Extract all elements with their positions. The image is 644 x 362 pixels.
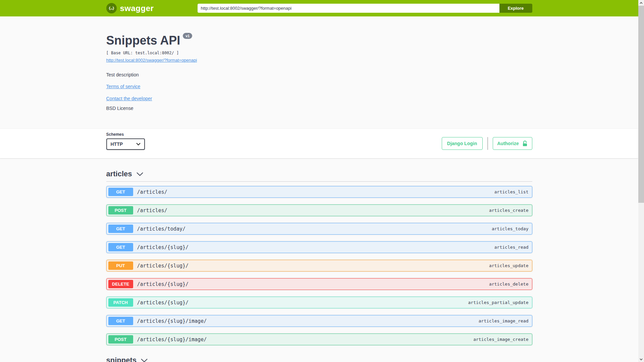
swagger-brand: {…} swagger bbox=[106, 3, 154, 13]
info-section: Snippets APIv1 [ Base URL: test.local:80… bbox=[0, 16, 638, 128]
opblock-articles_list[interactable]: GET/articles/articles_list bbox=[106, 186, 532, 198]
method-badge: POST bbox=[108, 335, 133, 344]
terms-of-service-link[interactable]: Terms of service bbox=[106, 84, 141, 89]
endpoint-path: /articles/ bbox=[137, 207, 167, 214]
operation-id: articles_image_read bbox=[479, 318, 529, 323]
version-badge: v1 bbox=[183, 33, 192, 39]
explore-button[interactable]: Explore bbox=[499, 4, 532, 13]
chevron-up-icon bbox=[640, 2, 643, 4]
method-badge: GET bbox=[108, 243, 133, 251]
scheme-container: Schemes HTTP Django Login Authorize bbox=[0, 128, 638, 158]
opblock-articles_read[interactable]: GET/articles/{slug}/articles_read bbox=[106, 241, 532, 253]
method-badge: GET bbox=[108, 317, 133, 325]
operation-id: articles_create bbox=[489, 208, 528, 213]
operation-id: articles_partial_update bbox=[468, 300, 528, 305]
section-header-snippets[interactable]: snippets bbox=[106, 356, 532, 362]
api-section-snippets: snippetsGET/snippets/snippets_list bbox=[106, 356, 532, 362]
chevron-down-icon bbox=[136, 143, 141, 145]
method-badge: GET bbox=[108, 188, 133, 196]
operation-id: articles_today bbox=[492, 226, 529, 231]
api-description: Test description bbox=[106, 72, 532, 77]
topbar: {…} swagger Explore bbox=[0, 0, 638, 16]
endpoint-path: /articles/{slug}/ bbox=[137, 263, 189, 269]
method-badge: PATCH bbox=[108, 298, 133, 307]
spec-link[interactable]: http://test.local:8002/swagger/?format=o… bbox=[106, 58, 197, 63]
section-title: articles bbox=[106, 170, 132, 178]
endpoint-path: /articles/today/ bbox=[137, 226, 186, 232]
unlock-icon bbox=[522, 140, 528, 146]
opblock-articles_update[interactable]: PUT/articles/{slug}/articles_update bbox=[106, 260, 532, 272]
endpoint-path: /articles/{slug}/ bbox=[137, 281, 189, 287]
operation-id: articles_image_create bbox=[473, 337, 528, 342]
scroll-down-button[interactable] bbox=[638, 356, 644, 362]
download-url-form: Explore bbox=[198, 4, 532, 13]
api-section-articles: articlesGET/articles/articles_listPOST/a… bbox=[106, 170, 532, 345]
chevron-down-icon bbox=[137, 172, 143, 176]
schemes-block: Schemes HTTP bbox=[106, 132, 145, 150]
section-divider bbox=[106, 181, 532, 182]
endpoint-path: /articles/{slug}/ bbox=[137, 300, 189, 306]
endpoint-path: /articles/{slug}/ bbox=[137, 244, 189, 250]
section-title: snippets bbox=[106, 356, 137, 362]
operation-id: articles_list bbox=[494, 189, 529, 194]
spec-url-input[interactable] bbox=[198, 4, 499, 13]
title-row: Snippets APIv1 bbox=[106, 34, 532, 48]
page-title: Snippets API bbox=[106, 34, 180, 47]
scheme-select[interactable]: HTTP bbox=[106, 138, 145, 150]
opblock-articles_today[interactable]: GET/articles/today/articles_today bbox=[106, 223, 532, 235]
django-login-button[interactable]: Django Login bbox=[442, 137, 483, 150]
scroll-up-button[interactable] bbox=[638, 0, 644, 6]
opblock-articles_image_read[interactable]: GET/articles/{slug}/image/articles_image… bbox=[106, 315, 532, 327]
opblock-articles_create[interactable]: POST/articles/articles_create bbox=[106, 204, 532, 216]
opblock-articles_image_create[interactable]: POST/articles/{slug}/image/articles_imag… bbox=[106, 334, 532, 345]
authorize-button[interactable]: Authorize bbox=[493, 137, 532, 150]
contact-developer-link[interactable]: Contact the developer bbox=[106, 96, 152, 101]
endpoint-path: /articles/ bbox=[137, 189, 167, 195]
operation-id: articles_update bbox=[489, 263, 528, 268]
page: {…} swagger Explore Snippets APIv1 [ Bas… bbox=[0, 0, 638, 362]
auth-wrapper: Django Login Authorize bbox=[442, 137, 532, 150]
operation-id: articles_read bbox=[494, 245, 529, 250]
scrollbar-thumb[interactable] bbox=[638, 6, 644, 203]
scheme-selected-value: HTTP bbox=[111, 141, 123, 147]
scrollbar[interactable] bbox=[638, 0, 644, 362]
method-badge: DELETE bbox=[108, 280, 133, 288]
method-badge: POST bbox=[108, 206, 133, 215]
swagger-logo-icon: {…} bbox=[106, 3, 117, 13]
schemes-label: Schemes bbox=[106, 132, 145, 137]
opblock-articles_delete[interactable]: DELETE/articles/{slug}/articles_delete bbox=[106, 278, 532, 290]
brand-name: swagger bbox=[120, 4, 154, 13]
chevron-down-icon bbox=[141, 359, 148, 362]
opblock-articles_partial_update[interactable]: PATCH/articles/{slug}/articles_partial_u… bbox=[106, 297, 532, 308]
base-url: [ Base URL: test.local:8002/ ] bbox=[106, 51, 532, 55]
endpoint-path: /articles/{slug}/image/ bbox=[137, 337, 207, 343]
method-badge: GET bbox=[108, 225, 133, 233]
auth-divider bbox=[487, 137, 488, 150]
chevron-down-icon bbox=[640, 358, 643, 360]
section-header-articles[interactable]: articles bbox=[106, 170, 532, 178]
operation-id: articles_delete bbox=[489, 282, 528, 287]
method-badge: PUT bbox=[108, 261, 133, 270]
endpoint-path: /articles/{slug}/image/ bbox=[137, 318, 207, 324]
operations-area: articlesGET/articles/articles_listPOST/a… bbox=[0, 158, 638, 362]
authorize-label: Authorize bbox=[497, 141, 519, 146]
license-text: BSD License bbox=[106, 106, 532, 111]
